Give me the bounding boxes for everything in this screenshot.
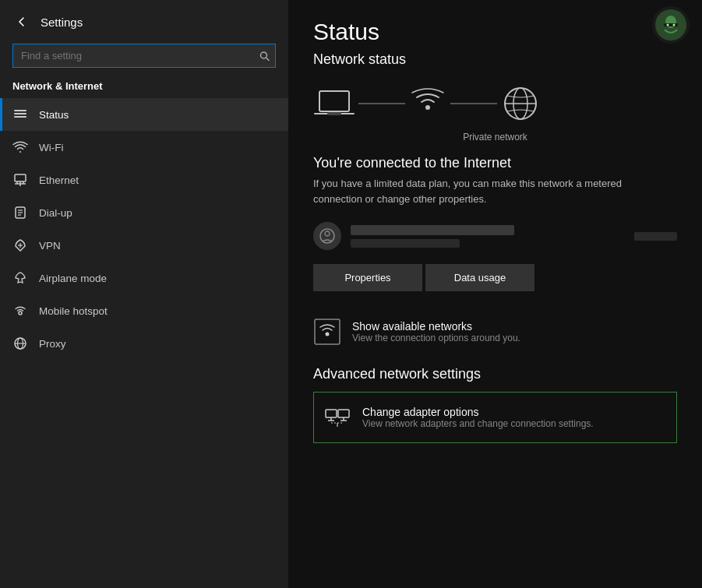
avatar xyxy=(652,6,690,44)
svg-point-24 xyxy=(667,24,669,26)
network-diagram xyxy=(313,80,677,127)
network-ssid xyxy=(351,225,514,235)
svg-rect-26 xyxy=(319,91,349,111)
svg-rect-5 xyxy=(15,174,26,181)
svg-rect-2 xyxy=(14,116,26,118)
svg-rect-23 xyxy=(664,23,678,26)
back-button[interactable] xyxy=(12,12,31,31)
ethernet-icon xyxy=(12,172,28,188)
svg-point-36 xyxy=(326,333,330,336)
sidebar-item-proxy[interactable]: Proxy xyxy=(0,327,288,360)
private-network-label: Private network xyxy=(313,132,677,143)
show-networks-desc: View the connection options around you. xyxy=(352,333,520,343)
sidebar-item-hotspot[interactable]: Mobile hotspot xyxy=(0,294,288,327)
network-info-card xyxy=(313,219,677,253)
svg-point-34 xyxy=(325,231,330,236)
change-adapter-icon xyxy=(323,403,351,431)
change-adapter-text: Change adapter options View network adap… xyxy=(362,406,594,429)
sidebar-item-label-status: Status xyxy=(39,109,69,121)
sidebar-item-label-airplane: Airplane mode xyxy=(39,273,107,284)
net-line-1 xyxy=(358,103,405,104)
vpn-icon xyxy=(12,238,28,253)
svg-rect-35 xyxy=(315,319,340,344)
sidebar-item-ethernet[interactable]: Ethernet xyxy=(0,164,288,196)
page-title: Status xyxy=(313,19,677,45)
sidebar-item-dialup[interactable]: Dial-up xyxy=(0,196,288,229)
sidebar-item-label-proxy: Proxy xyxy=(39,338,66,350)
proxy-icon xyxy=(12,336,28,351)
search-input[interactable] xyxy=(12,44,276,68)
sidebar-item-label-vpn: VPN xyxy=(39,240,61,252)
svg-rect-4 xyxy=(14,110,26,111)
airplane-icon xyxy=(12,270,28,286)
dialup-icon xyxy=(12,205,28,220)
search-icon xyxy=(259,51,270,61)
sidebar-header: Settings xyxy=(0,0,288,37)
hotspot-icon xyxy=(12,303,28,319)
sidebar-item-status[interactable]: Status xyxy=(0,98,288,131)
change-adapter-title: Change adapter options xyxy=(362,406,594,418)
advanced-title: Advanced network settings xyxy=(313,366,677,382)
sidebar-item-label-ethernet: Ethernet xyxy=(39,174,79,186)
sidebar-section-label: Network & Internet xyxy=(0,77,288,98)
sidebar-item-label-hotspot: Mobile hotspot xyxy=(39,305,108,317)
change-adapter-item[interactable]: Change adapter options View network adap… xyxy=(313,392,677,443)
router-icon xyxy=(408,87,447,120)
network-from xyxy=(351,239,460,248)
connected-title: You're connected to the Internet xyxy=(313,155,677,171)
main-content: Status Network status xyxy=(288,0,702,588)
svg-line-1 xyxy=(266,58,269,60)
properties-button[interactable]: Properties xyxy=(313,264,422,291)
change-adapter-desc: View network adapters and change connect… xyxy=(362,418,594,429)
svg-point-0 xyxy=(261,52,267,58)
show-networks-item[interactable]: Show available networks View the connect… xyxy=(313,310,677,354)
sidebar-item-airplane[interactable]: Airplane mode xyxy=(0,262,288,294)
sidebar-item-label-wifi: Wi-Fi xyxy=(39,142,63,153)
svg-rect-37 xyxy=(326,410,337,417)
net-line-2 xyxy=(450,103,497,104)
show-networks-text: Show available networks View the connect… xyxy=(352,320,520,343)
sidebar-item-label-dialup: Dial-up xyxy=(39,207,72,219)
data-usage-button[interactable]: Data usage xyxy=(425,264,534,291)
svg-rect-40 xyxy=(338,410,349,417)
svg-rect-3 xyxy=(14,113,26,114)
svg-point-17 xyxy=(19,312,22,315)
globe-icon xyxy=(500,83,541,124)
show-networks-icon xyxy=(313,318,341,346)
search-box xyxy=(12,44,276,68)
settings-title: Settings xyxy=(41,16,83,29)
action-buttons: Properties Data usage xyxy=(313,264,677,291)
network-card-icon xyxy=(313,222,341,250)
status-icon xyxy=(12,107,28,122)
svg-point-29 xyxy=(425,105,430,110)
laptop-icon xyxy=(313,87,355,120)
connected-desc: If you have a limited data plan, you can… xyxy=(313,176,672,206)
sidebar-item-vpn[interactable]: VPN xyxy=(0,229,288,262)
svg-point-25 xyxy=(673,24,676,26)
wifi-icon xyxy=(12,139,28,155)
show-networks-title: Show available networks xyxy=(352,320,520,333)
network-data-size xyxy=(634,232,677,241)
network-card-details xyxy=(351,225,625,248)
network-status-title: Network status xyxy=(313,51,677,68)
sidebar-item-wifi[interactable]: Wi-Fi xyxy=(0,131,288,164)
sidebar: Settings Network & Internet Status xyxy=(0,0,288,588)
